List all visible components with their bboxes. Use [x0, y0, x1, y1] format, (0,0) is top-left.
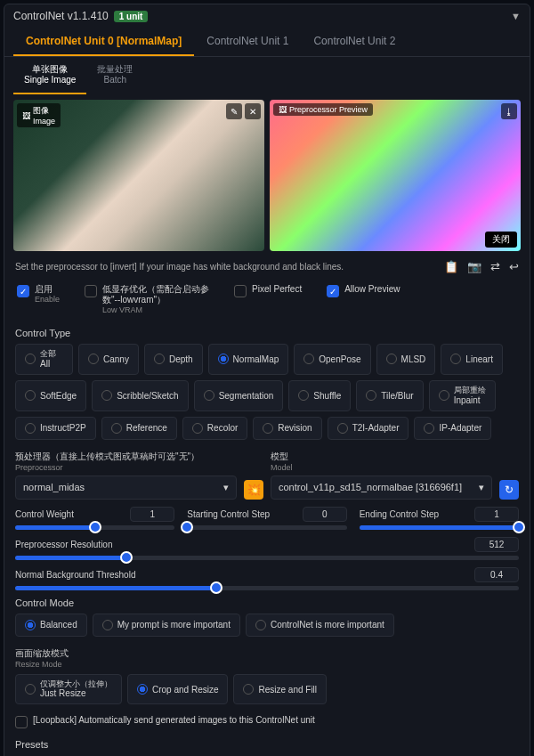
pixel-perfect-label: Pixel Perfect [252, 284, 302, 295]
run-preprocessor-button[interactable]: 💥 [244, 480, 263, 500]
control-weight-slider[interactable] [15, 525, 174, 530]
starting-step-value[interactable]: 0 [303, 507, 347, 522]
source-image-area[interactable]: 🖼 图像Image ✎ ✕ [13, 100, 264, 251]
control-type-inpaint[interactable]: 局部重绘Inpaint [429, 380, 496, 411]
pixel-perfect-checkbox[interactable] [234, 285, 247, 297]
control-type-ipadapter[interactable]: IP-Adapter [414, 417, 491, 440]
resize-mode-option[interactable]: Crop and Resize [127, 674, 228, 705]
enable-checkbox[interactable] [17, 285, 29, 297]
chevron-down-icon: ▾ [479, 482, 484, 493]
enable-label: 启用Enable [35, 284, 60, 305]
control-mode-title: Control Mode [15, 597, 519, 608]
control-weight-value[interactable]: 1 [130, 507, 174, 522]
close-preview-button[interactable]: 关闭 [485, 232, 517, 248]
normal-threshold-label: Normal Background Threshold [15, 570, 135, 580]
preprocessor-resolution-value[interactable]: 512 [474, 537, 519, 552]
resize-mode-option[interactable]: Resize and Fill [233, 674, 327, 705]
loopback-label: [Loopback] Automatically send generated … [33, 715, 315, 726]
control-type-lineart[interactable]: Lineart [441, 344, 503, 375]
control-type-all[interactable]: 全部All [15, 344, 73, 375]
swap-icon[interactable]: ⇄ [490, 260, 500, 273]
unit-tabs: ControlNet Unit 0 [NormalMap] ControlNet… [4, 28, 530, 57]
control-type-revision[interactable]: Revision [253, 417, 321, 440]
control-type-shuffle[interactable]: Shuffle [288, 380, 351, 411]
tab-unit-0[interactable]: ControlNet Unit 0 [NormalMap] [13, 28, 194, 56]
clipboard-icon[interactable]: 📋 [444, 260, 458, 273]
preprocessor-label: 预处理器（直接上传模式图或草稿时可选"无"） [15, 451, 199, 461]
ending-step-slider[interactable] [360, 525, 519, 530]
chevron-down-icon: ▾ [223, 482, 229, 493]
remove-image-icon[interactable]: ✕ [245, 103, 261, 119]
tab-unit-1[interactable]: ControlNet Unit 1 [194, 28, 301, 56]
tab-unit-2[interactable]: ControlNet Unit 2 [301, 28, 408, 56]
camera-icon[interactable]: 📷 [467, 260, 481, 273]
allow-preview-checkbox[interactable] [327, 285, 339, 297]
collapse-icon[interactable]: ▼ [511, 11, 521, 21]
control-type-title: Control Type [15, 328, 519, 338]
preprocessor-resolution-label: Preprocessor Resolution [15, 540, 113, 549]
control-mode-option[interactable]: ControlNet is more important [246, 614, 394, 637]
control-mode-group: BalancedMy prompt is more importantContr… [15, 614, 519, 637]
control-type-tileblur[interactable]: Tile/Blur [356, 380, 423, 411]
preprocessor-select[interactable]: normal_midas ▾ [15, 476, 237, 500]
control-type-softedge[interactable]: SoftEdge [15, 380, 86, 411]
loopback-checkbox[interactable] [15, 716, 28, 728]
preview-image-area[interactable]: 🖼 Preprocessor Preview ⭳ 关闭 [270, 100, 521, 251]
download-preview-icon[interactable]: ⭳ [501, 103, 517, 119]
control-type-depth[interactable]: Depth [144, 344, 203, 375]
model-label: 模型 [271, 451, 288, 461]
preprocessor-hint: Set the preprocessor to [invert] If your… [15, 262, 437, 272]
control-type-normalmap[interactable]: NormalMap [208, 344, 289, 375]
edit-image-icon[interactable]: ✎ [226, 103, 242, 119]
control-type-group: 全部AllCannyDepthNormalMapOpenPoseMLSDLine… [15, 344, 519, 440]
normal-threshold-value[interactable]: 0.4 [474, 567, 519, 582]
presets-title: Presets [15, 739, 519, 750]
model-select[interactable]: control_v11p_sd15_normalbae [316696f1] ▾ [271, 476, 492, 500]
control-mode-option[interactable]: My prompt is more important [93, 614, 240, 637]
ending-step-label: Ending Control Step [360, 509, 440, 519]
normal-threshold-slider[interactable] [15, 586, 519, 590]
control-type-scribblesketch[interactable]: Scribble/Sketch [92, 380, 188, 411]
tab-batch[interactable]: 批量处理 Batch [86, 61, 143, 94]
resize-mode-option[interactable]: 仅调整大小（拉伸）Just Resize [15, 674, 122, 705]
tab-single-image[interactable]: 单张图像 Single Image [13, 61, 86, 94]
image-tabs: 单张图像 Single Image 批量处理 Batch [4, 57, 530, 94]
control-type-tiadapter[interactable]: T2I-Adapter [328, 417, 409, 440]
panel-title: ControlNet v1.1.410 [13, 10, 109, 22]
preview-image-label: 🖼 Preprocessor Preview [273, 103, 373, 116]
preprocessor-resolution-slider[interactable] [15, 556, 519, 560]
control-type-recolor[interactable]: Recolor [182, 417, 247, 440]
control-type-mlsd[interactable]: MLSD [376, 344, 436, 375]
allow-preview-label: Allow Preview [344, 284, 400, 295]
starting-step-slider[interactable] [187, 525, 346, 530]
unit-badge: 1 unit [114, 11, 149, 22]
control-weight-label: Control Weight [15, 509, 74, 519]
lowvram-checkbox[interactable] [85, 285, 97, 297]
control-type-canny[interactable]: Canny [78, 344, 139, 375]
starting-step-label: Starting Control Step [187, 509, 270, 519]
control-type-instructpp[interactable]: InstructP2P [15, 417, 96, 440]
control-type-segmentation[interactable]: Segmentation [194, 380, 284, 411]
image-icon: 🖼 [22, 111, 30, 120]
lowvram-label: 低显存优化（需配合启动参数"--lowvram"）Low VRAM [102, 284, 209, 315]
resize-mode-group: 仅调整大小（拉伸）Just ResizeCrop and ResizeResiz… [15, 674, 519, 705]
control-mode-option[interactable]: Balanced [15, 614, 87, 637]
source-image-label: 🖼 图像Image [17, 103, 61, 127]
image-icon: 🖼 [279, 105, 287, 114]
send-back-icon[interactable]: ↩ [509, 260, 519, 273]
control-type-reference[interactable]: Reference [101, 417, 177, 440]
resize-mode-title: 画面缩放模式 Resize Mode [15, 647, 519, 669]
refresh-models-button[interactable]: ↻ [499, 480, 519, 500]
ending-step-value[interactable]: 1 [474, 507, 519, 522]
control-type-openpose[interactable]: OpenPose [294, 344, 370, 375]
